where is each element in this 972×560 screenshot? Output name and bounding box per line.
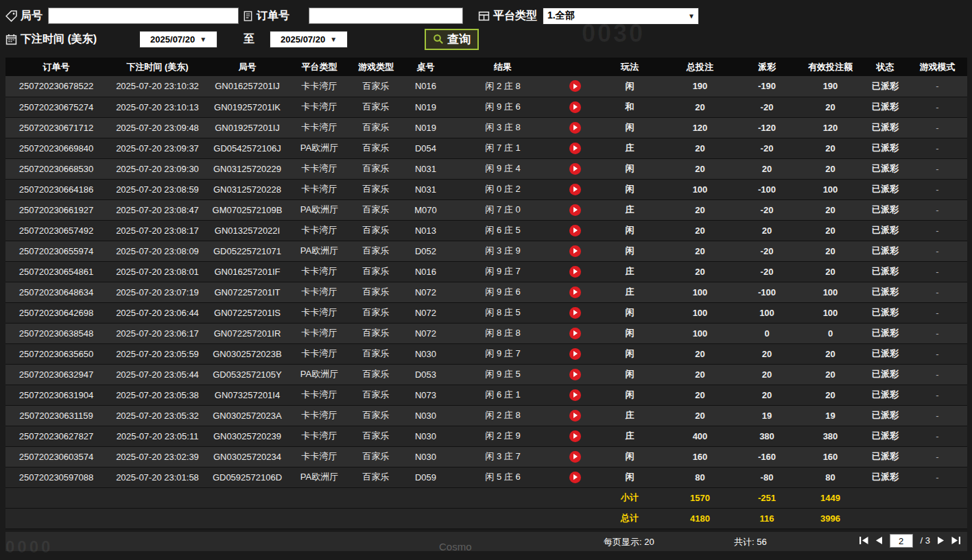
game-mode-cell: - bbox=[908, 138, 967, 158]
replay-cell bbox=[554, 199, 595, 220]
play-icon[interactable] bbox=[569, 184, 581, 195]
bet-type-cell: 庄 bbox=[595, 426, 664, 446]
payout-cell: -190 bbox=[736, 76, 798, 97]
page-count-label: / 3 bbox=[921, 535, 930, 546]
play-icon[interactable] bbox=[569, 430, 581, 442]
table-number-cell: N030 bbox=[400, 426, 451, 446]
play-icon[interactable] bbox=[569, 163, 581, 175]
prev-page-button[interactable] bbox=[876, 537, 882, 544]
round-number-input[interactable] bbox=[48, 8, 239, 24]
round-number-label: 局号 bbox=[21, 9, 43, 23]
col-header-play: 玩法 bbox=[595, 58, 664, 76]
platform-cell: PA欧洲厅 bbox=[287, 241, 352, 261]
round-number-cell: GM0702572109B bbox=[208, 199, 287, 220]
replay-cell bbox=[554, 138, 595, 158]
result-cell: 闲 8 庄 5 bbox=[451, 302, 554, 323]
first-page-button[interactable] bbox=[860, 537, 868, 544]
play-icon[interactable] bbox=[569, 225, 581, 236]
magnifier-icon bbox=[433, 34, 444, 45]
order-number-label: 订单号 bbox=[257, 9, 289, 23]
order-number-cell: 250720230631159 bbox=[5, 405, 107, 426]
play-icon[interactable] bbox=[569, 328, 581, 339]
table-number-cell: N073 bbox=[400, 385, 451, 405]
order-number-input[interactable] bbox=[309, 8, 463, 24]
play-icon[interactable] bbox=[569, 122, 581, 134]
order-number-cell: 250720230661927 bbox=[5, 199, 107, 220]
total-bet-cell: 100 bbox=[664, 323, 736, 343]
game-type-cell: 百家乐 bbox=[352, 220, 400, 241]
table-number-cell: N031 bbox=[400, 158, 451, 179]
total-bet-cell: 20 bbox=[664, 138, 736, 158]
play-icon[interactable] bbox=[569, 245, 581, 257]
play-icon[interactable] bbox=[569, 410, 581, 422]
bet-type-cell: 庄 bbox=[595, 138, 664, 158]
replay-cell bbox=[554, 179, 595, 199]
table-row: 250720230597088 2025-07-20 23:01:58 GD05… bbox=[5, 467, 967, 487]
payout-cell: 20 bbox=[736, 364, 798, 385]
game-mode-cell: - bbox=[908, 261, 967, 282]
current-page-input[interactable]: 2 bbox=[890, 534, 913, 548]
play-icon[interactable] bbox=[569, 307, 581, 319]
total-row: 总计 4180 116 3996 bbox=[5, 508, 967, 528]
search-button[interactable]: 查询 bbox=[425, 29, 479, 50]
platform-type-select[interactable]: 1.全部 ▼ bbox=[543, 8, 699, 25]
round-number-cell: GN072257201IR bbox=[208, 323, 287, 343]
bet-type-cell: 闲 bbox=[595, 385, 664, 405]
play-icon[interactable] bbox=[569, 451, 581, 463]
play-triangle bbox=[573, 269, 578, 274]
order-number-cell: 250720230664186 bbox=[5, 179, 107, 199]
total-bet-cell: 80 bbox=[664, 467, 736, 487]
payout-cell: -20 bbox=[736, 97, 798, 117]
bet-time-cell: 2025-07-20 23:08:09 bbox=[107, 241, 208, 261]
total-bet-cell: 120 bbox=[664, 117, 736, 138]
table-row: 250720230648634 2025-07-20 23:07:19 GN07… bbox=[5, 282, 967, 302]
bet-type-cell: 闲 bbox=[595, 467, 664, 487]
play-triangle bbox=[573, 330, 578, 336]
payout-cell: 20 bbox=[736, 385, 798, 405]
play-icon[interactable] bbox=[569, 348, 581, 360]
valid-bet-cell: 100 bbox=[798, 179, 863, 199]
play-icon[interactable] bbox=[569, 80, 581, 92]
total-total-bet: 4180 bbox=[664, 508, 736, 528]
bet-time-label: 下注时间 (美东) bbox=[21, 32, 97, 47]
table-number-cell: D054 bbox=[400, 138, 451, 158]
date-from-select[interactable]: 2025/07/20 ▼ bbox=[139, 31, 217, 48]
chevron-down-icon: ▼ bbox=[330, 36, 337, 43]
payout-cell: -20 bbox=[736, 199, 798, 220]
platform-cell: 卡卡湾厅 bbox=[287, 282, 352, 302]
play-icon[interactable] bbox=[569, 101, 581, 113]
play-icon[interactable] bbox=[569, 266, 581, 278]
platform-cell: 卡卡湾厅 bbox=[287, 323, 352, 343]
round-number-cell: GN016257201IJ bbox=[208, 76, 287, 97]
play-icon[interactable] bbox=[569, 472, 581, 483]
game-type-cell: 百家乐 bbox=[352, 323, 400, 343]
status-cell: 已派彩 bbox=[863, 405, 908, 426]
replay-cell bbox=[554, 405, 595, 426]
last-page-button[interactable] bbox=[951, 537, 960, 544]
play-icon[interactable] bbox=[569, 204, 581, 216]
subtotal-row: 小计 1570 -251 1449 bbox=[5, 487, 967, 508]
valid-bet-cell: 100 bbox=[798, 282, 863, 302]
col-header-replay bbox=[554, 58, 595, 76]
bet-time-cell: 2025-07-20 23:09:48 bbox=[107, 117, 208, 138]
payout-cell: -80 bbox=[736, 467, 798, 487]
table-row: 250720230631904 2025-07-20 23:05:38 GN07… bbox=[5, 385, 967, 405]
play-icon[interactable] bbox=[569, 389, 581, 401]
table-row: 250720230678522 2025-07-20 23:10:32 GN01… bbox=[5, 76, 967, 97]
play-icon[interactable] bbox=[569, 287, 581, 298]
status-cell: 已派彩 bbox=[863, 426, 908, 446]
platform-cell: 卡卡湾厅 bbox=[287, 446, 352, 467]
valid-bet-cell: 80 bbox=[798, 467, 863, 487]
round-number-cell: GN019257201IK bbox=[208, 97, 287, 117]
play-icon[interactable] bbox=[569, 369, 581, 380]
next-page-button[interactable] bbox=[938, 537, 944, 544]
play-icon[interactable] bbox=[569, 143, 581, 154]
game-mode-cell: - bbox=[908, 302, 967, 323]
subtotal-spacer bbox=[5, 487, 595, 508]
result-cell: 闲 9 庄 4 bbox=[451, 158, 554, 179]
replay-cell bbox=[554, 261, 595, 282]
payout-cell: 19 bbox=[736, 405, 798, 426]
replay-cell bbox=[554, 364, 595, 385]
game-mode-cell: - bbox=[908, 343, 967, 364]
date-to-select[interactable]: 2025/07/20 ▼ bbox=[270, 31, 348, 48]
